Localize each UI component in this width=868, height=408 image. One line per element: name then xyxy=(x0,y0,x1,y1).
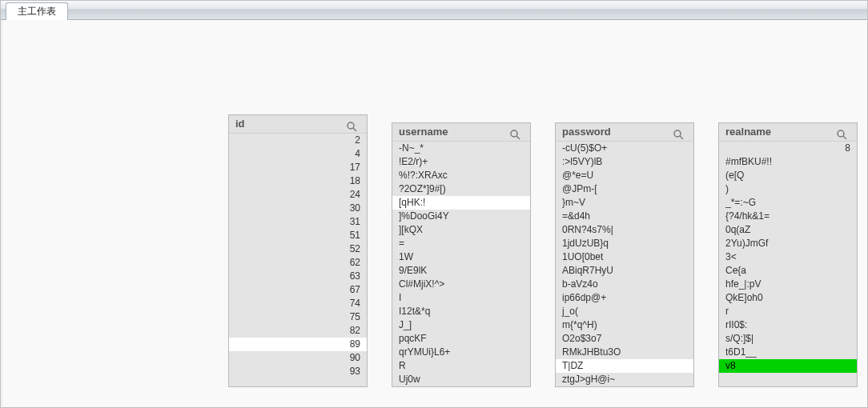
list-item[interactable]: _*=:~G xyxy=(719,196,857,210)
list-item[interactable]: 30 xyxy=(229,202,367,215)
list-item[interactable]: @JPm-[ xyxy=(556,182,693,196)
list-item[interactable]: 8 xyxy=(719,142,857,155)
svg-point-0 xyxy=(348,122,354,129)
list-item[interactable]: s/Q:]$| xyxy=(719,332,857,346)
list-item[interactable]: {?4/hk&1= xyxy=(719,210,857,223)
list-item[interactable]: (e[Q xyxy=(719,169,857,182)
list-item[interactable]: qrYMUi}L6+ xyxy=(392,346,530,359)
list-item[interactable]: 2 xyxy=(229,134,367,147)
list-item[interactable]: 17 xyxy=(229,161,367,174)
column-header-id[interactable]: id xyxy=(229,115,367,134)
svg-line-7 xyxy=(843,136,846,139)
list-item[interactable]: 1W xyxy=(392,250,530,264)
list-item[interactable]: ?2OZ*]9#[) xyxy=(392,182,530,196)
list-item[interactable]: 51 xyxy=(229,229,367,242)
list-item[interactable]: #mfBKU#!! xyxy=(719,155,857,169)
search-icon[interactable] xyxy=(673,129,684,140)
list-item[interactable]: I12t&*q xyxy=(392,305,530,318)
list-item[interactable]: RMkJHBtu3O xyxy=(556,346,693,359)
list-item[interactable]: j_o( xyxy=(556,305,693,318)
column-header-password[interactable]: password xyxy=(556,123,693,142)
list-item[interactable]: ]%DooGi4Y xyxy=(392,210,530,223)
list-item[interactable]: 0RN?4s7%| xyxy=(556,223,693,237)
list-item[interactable]: =&d4h xyxy=(556,210,693,223)
list-item[interactable]: ][kQX xyxy=(392,223,530,237)
tab-label: 主工作表 xyxy=(18,6,56,17)
search-icon[interactable] xyxy=(351,118,362,130)
list-item[interactable]: 63 xyxy=(229,270,367,283)
list-item[interactable]: 82 xyxy=(229,324,367,338)
svg-point-6 xyxy=(838,130,844,137)
search-icon[interactable] xyxy=(514,126,525,138)
list-item[interactable]: 2Yu)JmGf xyxy=(719,237,857,250)
list-item[interactable]: rII0$: xyxy=(719,318,857,332)
list-item[interactable]: 74 xyxy=(229,297,367,310)
column-header-label: username xyxy=(399,126,448,138)
columns-container: id2417182430315152626367747582899093user… xyxy=(228,114,858,387)
list-item[interactable]: Ce{a xyxy=(719,264,857,278)
list-item[interactable]: }m~V xyxy=(556,196,693,210)
list-item[interactable]: QkE]oh0 xyxy=(719,291,857,305)
column-header-realname[interactable]: realname xyxy=(719,123,857,142)
list-item[interactable]: 3< xyxy=(719,250,857,264)
column-header-username[interactable]: username xyxy=(392,123,530,142)
list-item[interactable]: hfe_|:pV xyxy=(719,278,857,291)
search-icon[interactable] xyxy=(841,126,852,138)
content-area: id2417182430315152626367747582899093user… xyxy=(2,20,866,406)
list-item[interactable]: 1jdUzUB}q xyxy=(556,237,693,250)
list-item[interactable]: O2o$3o7 xyxy=(556,332,693,346)
list-item[interactable]: 18 xyxy=(229,174,367,188)
search-icon[interactable] xyxy=(509,129,520,140)
search-icon[interactable] xyxy=(677,126,689,138)
list-item[interactable]: 62 xyxy=(229,256,367,270)
list-item[interactable]: v8 xyxy=(719,359,857,373)
column-header-label: id xyxy=(235,118,245,130)
list-item[interactable]: 93 xyxy=(229,365,367,378)
list-item[interactable]: 90 xyxy=(229,351,367,365)
search-icon[interactable] xyxy=(346,121,357,132)
list-item[interactable]: %!?:XRAxc xyxy=(392,169,530,182)
column-header-label: password xyxy=(562,126,611,138)
list-item[interactable]: ) xyxy=(719,182,857,196)
list-item[interactable]: = xyxy=(392,237,530,250)
column-realname: realname8#mfBKU#!!(e[Q)_*=:~G{?4/hk&1=0q… xyxy=(718,122,858,387)
list-item[interactable]: !E2/r)+ xyxy=(392,155,530,169)
column-id: id2417182430315152626367747582899093 xyxy=(228,114,368,387)
list-item[interactable]: 9/E9lK xyxy=(392,264,530,278)
list-item[interactable]: Uj0w xyxy=(392,373,530,386)
list-item[interactable]: 67 xyxy=(229,283,367,297)
list-item[interactable]: 52 xyxy=(229,242,367,256)
list-item[interactable]: 0q(aZ xyxy=(719,223,857,237)
list-item[interactable]: I xyxy=(392,291,530,305)
list-item[interactable]: Cl#MjiX!^> xyxy=(392,278,530,291)
list-item[interactable]: r xyxy=(719,305,857,318)
list-item[interactable]: R xyxy=(392,359,530,373)
list-item[interactable]: -cU(5)$O+ xyxy=(556,142,693,155)
list-item[interactable]: t6D1__ xyxy=(719,346,857,359)
list-item[interactable]: @*e=U xyxy=(556,169,693,182)
list-item[interactable]: J_] xyxy=(392,318,530,332)
column-password: password-cU(5)$O+:>l5VY)lB@*e=U@JPm-[}m~… xyxy=(555,122,694,387)
list-item[interactable]: m{*q^H) xyxy=(556,318,693,332)
list-item[interactable]: -N~_* xyxy=(392,142,530,155)
svg-line-5 xyxy=(680,136,683,139)
list-item[interactable]: ip66dp@+ xyxy=(556,291,693,305)
list-item[interactable]: 89 xyxy=(229,338,367,351)
tab-main-worksheet[interactable]: 主工作表 xyxy=(6,2,68,21)
svg-line-3 xyxy=(516,136,520,139)
list-item[interactable]: :>l5VY)lB xyxy=(556,155,693,169)
list-item[interactable]: ABiqR7HyU xyxy=(556,264,693,278)
list-item[interactable]: 31 xyxy=(229,215,367,229)
list-item[interactable]: ztgJ>gH@i~ xyxy=(556,373,693,386)
list-item[interactable]: T|DZ xyxy=(556,359,693,373)
list-item[interactable]: 75 xyxy=(229,310,367,324)
list-item[interactable]: pqcKF xyxy=(392,332,530,346)
tab-strip: 主工作表 xyxy=(1,1,867,20)
list-item[interactable]: 4 xyxy=(229,147,367,161)
search-icon[interactable] xyxy=(836,129,847,140)
list-item[interactable]: 24 xyxy=(229,188,367,202)
list-item[interactable]: [qHK:! xyxy=(392,196,530,210)
list-item[interactable]: 1UO[0bet xyxy=(556,250,693,264)
column-header-label: realname xyxy=(725,126,771,138)
list-item[interactable]: b-aVz4o xyxy=(556,278,693,291)
